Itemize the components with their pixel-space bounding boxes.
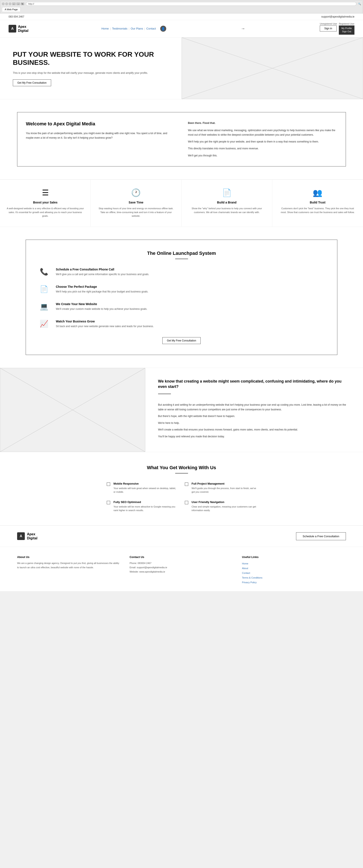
main-nav: Home | Testimonials | Our Plans | Contac…	[101, 26, 166, 32]
hero-section: PUT YOUR WEBSITE TO WORK FOR YOUR BUSINE…	[0, 37, 363, 99]
step-3-icon: 💻	[39, 302, 50, 310]
feature-checkbox-nav	[185, 501, 188, 504]
welcome-title: Welcome to Apex Digital Media	[26, 121, 175, 127]
footer-contact-email: Email: support@apexdigitalmedia.ie	[130, 565, 234, 570]
footer-link-privacy[interactable]: Privacy Policy	[242, 580, 346, 585]
feature-card-seo-content: Fully SEO Optimised Your website will be…	[113, 500, 178, 513]
welcome-right-title: Been there. Fixed that.	[188, 121, 337, 125]
browser-maximize[interactable]	[9, 3, 11, 5]
auth-buttons: Unregistered User Sign in Registered Use…	[320, 23, 355, 35]
complicated-title: We know that creating a website might se…	[158, 379, 350, 390]
feature-build-trust: 👥 Build Trust Customers don't pick the "…	[272, 180, 363, 226]
boost-sales-desc: A well-designed website is a very effect…	[6, 207, 84, 218]
complicated-divider	[158, 394, 171, 394]
what-you-get-section: What You Get Working With Us Mobile Resp…	[0, 452, 363, 525]
feature-card-seo-title: Fully SEO Optimised	[113, 500, 178, 504]
step-2-desc: We'll help you pick out the right packag…	[56, 290, 148, 294]
nav-contact[interactable]: Contact	[146, 27, 156, 30]
footer-link-terms[interactable]: Terms & Conditions	[242, 575, 346, 580]
feature-card-nav-title: User Friendly Navigation	[192, 500, 257, 504]
welcome-right-p4: We'll get you through this.	[188, 153, 337, 158]
save-time-icon: 🕐	[97, 188, 175, 197]
top-bar-phone: 083 004 2467	[8, 15, 24, 18]
step-1-content: Schedule a Free Consultation Phone Call …	[56, 268, 149, 276]
complicated-p1: But avoiding it and settling for an unde…	[158, 403, 350, 412]
feature-checkbox-seo	[107, 501, 110, 504]
step-4-title: Watch Your Business Grow	[56, 320, 154, 323]
launchpad-cta-area: Get My Free Consultation	[39, 337, 324, 344]
footer-link-contact[interactable]: Contact	[242, 570, 346, 575]
header: A ApexDigital Home | Testimonials | Our …	[0, 20, 363, 37]
what-you-get-divider	[175, 473, 188, 473]
footer-contact-title: Contact Us	[130, 555, 234, 559]
step-4-desc: Sit back and watch your new website gene…	[56, 324, 154, 329]
user-avatar[interactable]: 👤	[160, 26, 166, 32]
feature-card-nav: User Friendly Navigation Clear and simpl…	[185, 500, 257, 513]
complicated-p5: You'll be happy and relieved you made th…	[158, 434, 350, 439]
browser-chrome: ← → ↻ http:// 🔍 A Web Page	[0, 0, 363, 13]
feature-card-mobile-desc: Your website will look great when viewed…	[113, 487, 178, 494]
hero-cta-button[interactable]: Get My Free Consultation	[13, 80, 51, 86]
browser-close[interactable]	[2, 3, 4, 5]
url-bar[interactable]: http://	[26, 2, 356, 6]
nav-sep-3: |	[144, 27, 145, 30]
footer-consultation-button[interactable]: Schedule a Free Consultation	[296, 532, 346, 540]
what-you-get-title: What You Get Working With Us	[17, 465, 346, 470]
step-3-desc: We'll create your custom made website to…	[56, 307, 147, 311]
browser-forward[interactable]: →	[16, 3, 20, 5]
nav-testimonials[interactable]: Testimonials	[112, 27, 128, 30]
footer-logo-icon: A	[17, 532, 25, 540]
signin-button[interactable]: Sign in	[320, 26, 337, 31]
feature-card-project-title: Full Project Management	[192, 482, 257, 485]
step-2: 📄 Choose The Perfect Package We'll help …	[39, 285, 324, 294]
footer-links: Useful Links Home About Contact Terms & …	[242, 555, 346, 585]
browser-refresh[interactable]: ↻	[21, 3, 24, 5]
footer-about-title: About Us	[17, 555, 121, 559]
launchpad-section: The Online Launchpad System 📞 Schedule a…	[0, 227, 363, 368]
complicated-p2: But there's hope, with the right website…	[158, 414, 350, 419]
unregistered-section: Unregistered User Sign in	[320, 23, 337, 31]
nav-home[interactable]: Home	[101, 27, 109, 30]
footer-links-title: Useful Links	[242, 555, 346, 559]
build-trust-title: Build Trust	[279, 201, 357, 204]
browser-minimize[interactable]	[5, 3, 8, 5]
step-4-icon: 📈	[39, 320, 50, 328]
step-1-desc: We'll give you a call and get some infor…	[56, 272, 149, 276]
launchpad-title: The Online Launchpad System	[39, 251, 324, 256]
build-trust-icon: 👥	[279, 188, 357, 197]
browser-tab[interactable]: A Web Page	[2, 7, 21, 11]
features-grid: Mobile Responsive Your website will look…	[107, 482, 257, 513]
logo-icon: A	[8, 25, 16, 33]
complicated-image	[0, 368, 145, 452]
nav-plans[interactable]: Our Plans	[131, 27, 143, 30]
save-time-title: Save Time	[97, 201, 175, 204]
footer-link-home[interactable]: Home	[242, 561, 346, 566]
footer-link-about[interactable]: About	[242, 566, 346, 570]
step-1-icon: 📞	[39, 268, 50, 276]
launchpad-cta-button[interactable]: Get My Free Consultation	[162, 337, 201, 344]
browser-back[interactable]: ←	[12, 3, 15, 5]
step-3-title: We Create Your New Website	[56, 302, 147, 306]
footer-about: About Us We are a game changing design a…	[17, 555, 121, 585]
features-section: ☰ Boost your Sales A well-designed websi…	[0, 180, 363, 227]
welcome-box: Welcome to Apex Digital Media You know t…	[17, 112, 346, 166]
page: 083 004 2467 support@apexdigitalmedia.ie…	[0, 13, 363, 591]
feature-card-project-content: Full Project Management We'll guide you …	[192, 482, 257, 494]
step-3-content: We Create Your New Website We'll create …	[56, 302, 147, 311]
complicated-p4: We'll create a website that ensures your…	[158, 428, 350, 432]
step-4: 📈 Watch Your Business Grow Sit back and …	[39, 320, 324, 329]
registered-label: Registered User	[339, 23, 355, 25]
footer-top: A ApexDigital Schedule a Free Consultati…	[0, 525, 363, 547]
build-brand-icon: 📄	[188, 188, 266, 197]
step-4-content: Watch Your Business Grow Sit back and wa…	[56, 320, 154, 329]
logo[interactable]: A ApexDigital	[8, 25, 28, 33]
nav-sep-2: |	[129, 27, 129, 30]
registered-section: Registered User My Profile Sign Out	[339, 23, 355, 35]
footer-logo[interactable]: A ApexDigital	[17, 532, 37, 540]
feature-card-seo: Fully SEO Optimised Your website will be…	[107, 500, 178, 513]
profile-button[interactable]: My Profile Sign Out	[339, 26, 355, 35]
step-1-title: Schedule a Free Consultation Phone Call	[56, 268, 149, 271]
feature-checkbox-mobile	[107, 483, 110, 486]
step-2-icon: 📄	[39, 285, 50, 293]
step-2-content: Choose The Perfect Package We'll help yo…	[56, 285, 148, 294]
